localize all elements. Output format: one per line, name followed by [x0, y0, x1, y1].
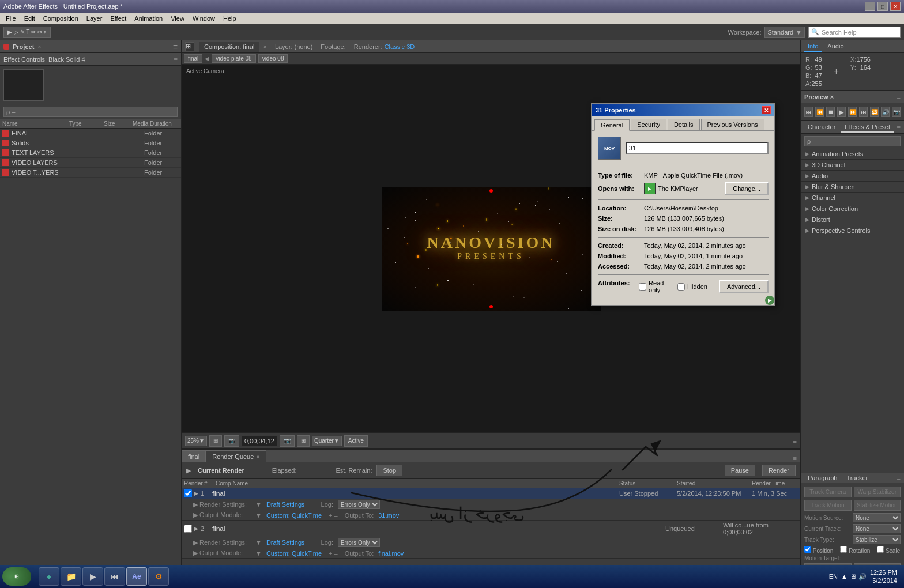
effect-item-animation-presets[interactable]: ▶ Animation Presets	[801, 149, 904, 160]
subtab-videoplate[interactable]: video plate 08	[212, 54, 255, 63]
comp-viewer-menu[interactable]: ≡	[793, 43, 797, 50]
props-change-button[interactable]: Change...	[725, 182, 769, 195]
network-icon[interactable]: 🖥	[850, 573, 856, 580]
hidden-checkbox[interactable]	[677, 283, 685, 291]
effect-controls-menu[interactable]: ≡	[174, 56, 178, 63]
camera-btn[interactable]: 📷	[280, 435, 295, 447]
effects-panel-menu[interactable]: ≡	[897, 124, 901, 131]
maximize-button[interactable]: □	[877, 2, 888, 11]
list-item[interactable]: VIDEO LAYERS Folder	[0, 158, 181, 168]
rq-row-2-main[interactable]: ▶ 2 final Unqueued Will co...ue from 0;0…	[182, 521, 800, 537]
log-select-1[interactable]: Errors Only	[338, 500, 380, 509]
list-item[interactable]: TEXT LAYERS Folder	[0, 148, 181, 158]
track-camera-button[interactable]: Track Camera	[804, 487, 852, 497]
props-advanced-button[interactable]: Advanced...	[719, 280, 769, 293]
menu-effect[interactable]: Effect	[107, 14, 130, 23]
preview-audio-btn[interactable]: 🔊	[881, 107, 890, 117]
fit-to-comp-btn[interactable]: ⊞	[209, 435, 222, 447]
preview-loop-btn[interactable]: 🔁	[870, 107, 879, 117]
rq-expand-icon[interactable]: ▶	[186, 467, 191, 474]
rq-checkbox-2[interactable]	[184, 525, 192, 533]
subtab-video08[interactable]: video 08	[258, 54, 288, 63]
taskbar-filemanager[interactable]: 📁	[61, 567, 81, 586]
taskbar-start-button[interactable]: ⊞	[2, 567, 31, 586]
effects-tab-presets[interactable]: Effects & Preset	[841, 122, 894, 133]
grid-btn[interactable]: ⊞	[297, 435, 310, 447]
rq-expand-2[interactable]: ▶	[194, 526, 198, 532]
time-display[interactable]: 0;00;04;12	[242, 436, 277, 446]
rq-tab-close[interactable]: ×	[256, 453, 259, 460]
taskbar-chrome[interactable]: ●	[39, 567, 59, 586]
props-tab-previous[interactable]: Previous Versions	[701, 119, 764, 130]
output-to-2[interactable]: final.mov	[378, 550, 404, 557]
list-item[interactable]: Solids Folder	[0, 138, 181, 148]
menu-file[interactable]: File	[2, 14, 20, 23]
track-motion-button[interactable]: Track Motion	[804, 500, 852, 511]
preview-back-btn[interactable]: ⏪	[815, 107, 824, 117]
tracker-tab-paragraph[interactable]: Paragraph	[804, 473, 841, 483]
taskbar-mediaapp2[interactable]: ⏮	[104, 567, 125, 586]
effect-item-distort[interactable]: ▶ Distort	[801, 214, 904, 225]
info-tab-info[interactable]: Info	[804, 42, 822, 52]
menu-animation[interactable]: Animation	[131, 14, 166, 23]
snapshot-btn[interactable]: 📷	[224, 435, 239, 447]
rq-pause-button[interactable]: Pause	[725, 465, 755, 476]
scale-checkbox-label[interactable]: Scale	[877, 546, 900, 554]
rq-row-1-main[interactable]: ▶ 1 final User Stopped 5/2/2014, 12:23:5…	[182, 488, 800, 499]
output-module-2[interactable]: Custom: QuickTime	[266, 550, 322, 557]
effects-tab-character[interactable]: Character	[804, 122, 839, 133]
comp-tab-close[interactable]: ×	[263, 43, 266, 50]
preview-first-btn[interactable]: ⏮	[804, 107, 813, 117]
taskbar-aftereffects[interactable]: Ae	[126, 567, 147, 586]
zoom-select[interactable]: 25%▼	[185, 436, 207, 446]
rq-menu[interactable]: ≡	[793, 455, 800, 462]
viewer-bottom-menu[interactable]: ≡	[793, 438, 797, 444]
log-select-2[interactable]: Errors Only	[338, 538, 380, 547]
info-tab-audio[interactable]: Audio	[824, 42, 847, 52]
warp-stabilizer-button[interactable]: Warp Stabilizer	[854, 487, 901, 497]
effects-search-box[interactable]: ρ –	[804, 136, 901, 146]
output-module-1[interactable]: Custom: QuickTime	[266, 512, 322, 519]
volume-icon[interactable]: 🔊	[858, 573, 867, 581]
preview-stop-btn[interactable]: ⏹	[826, 107, 835, 117]
readonly-checkbox[interactable]	[639, 283, 646, 291]
props-tab-details[interactable]: Details	[668, 119, 700, 130]
props-close-button[interactable]: ✕	[762, 106, 771, 114]
rq-tab-final[interactable]: final	[182, 450, 206, 462]
output-to-1[interactable]: 31.mov	[378, 512, 399, 519]
search-help-box[interactable]: 🔍 Search Help	[808, 27, 901, 38]
hidden-checkbox-label[interactable]: Hidden	[677, 283, 707, 291]
project-search-box[interactable]: ρ –	[3, 107, 178, 117]
list-item[interactable]: VIDEO T...YERS Folder	[0, 168, 181, 178]
project-panel-menu[interactable]: ≡	[173, 42, 178, 51]
comp-tab-composition[interactable]: Composition: final	[199, 42, 259, 52]
close-button[interactable]: ✕	[890, 2, 901, 11]
menu-layer[interactable]: Layer	[83, 14, 106, 23]
tray-icon-1[interactable]: ▲	[841, 573, 848, 580]
render-settings-1[interactable]: Draft Settings	[266, 501, 305, 508]
effect-item-color-correction[interactable]: ▶ Color Correction	[801, 203, 904, 214]
rq-expand-1[interactable]: ▶	[194, 491, 198, 496]
tracker-panel-menu[interactable]: ≡	[897, 474, 901, 481]
active-btn[interactable]: Active	[344, 435, 368, 447]
menu-window[interactable]: Window	[189, 14, 219, 23]
stabilize-motion-button[interactable]: Stabilize Motion	[854, 500, 901, 511]
track-type-select[interactable]: Stabilize	[853, 535, 901, 544]
rotation-checkbox-label[interactable]: Rotation	[840, 546, 870, 554]
menu-edit[interactable]: Edit	[21, 14, 39, 23]
info-panel-menu[interactable]: ≡	[897, 43, 901, 50]
rq-stop-button[interactable]: Stop	[376, 465, 402, 476]
effect-item-perspective[interactable]: ▶ Perspective Controls	[801, 225, 904, 236]
workspace-select[interactable]: Standard ▼	[764, 27, 805, 38]
preview-snapshot-btn[interactable]: 📷	[892, 107, 901, 117]
preview-panel-menu[interactable]: ≡	[897, 93, 901, 100]
position-checkbox[interactable]	[804, 546, 811, 553]
menu-composition[interactable]: Composition	[40, 14, 82, 23]
menu-help[interactable]: Help	[220, 14, 240, 23]
scale-checkbox[interactable]	[877, 546, 884, 553]
project-panel-close[interactable]: ×	[37, 43, 41, 50]
list-item[interactable]: FINAL Folder	[0, 129, 181, 138]
effect-item-3d-channel[interactable]: ▶ 3D Channel	[801, 160, 904, 171]
props-tab-general[interactable]: General	[594, 119, 630, 131]
position-checkbox-label[interactable]: Position	[804, 546, 833, 554]
